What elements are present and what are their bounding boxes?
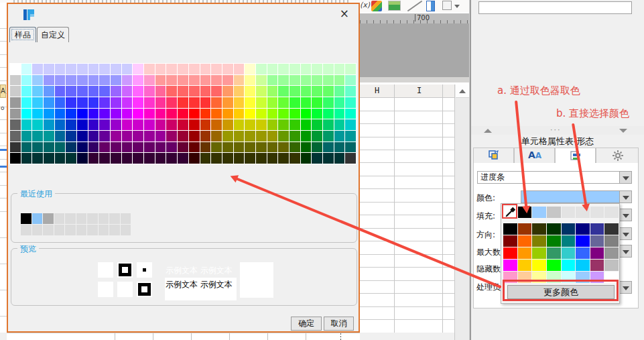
color-swatch[interactable] <box>278 119 289 130</box>
color-swatch[interactable] <box>211 86 222 97</box>
color-swatch[interactable] <box>88 119 99 130</box>
color-swatch[interactable] <box>345 142 356 153</box>
color-swatch[interactable] <box>88 75 99 86</box>
color-swatch[interactable] <box>547 235 561 247</box>
color-swatch[interactable] <box>200 75 211 86</box>
color-swatch[interactable] <box>234 131 245 141</box>
color-swatch[interactable] <box>256 97 267 108</box>
color-swatch[interactable] <box>222 119 233 130</box>
color-swatch[interactable] <box>99 86 110 97</box>
color-swatch[interactable] <box>345 153 356 164</box>
color-swatch[interactable] <box>590 207 604 218</box>
color-swatch[interactable] <box>166 86 177 97</box>
color-swatch[interactable] <box>66 153 76 164</box>
color-swatch[interactable] <box>178 75 188 86</box>
color-swatch[interactable] <box>267 109 278 119</box>
color-swatch[interactable] <box>166 109 177 119</box>
close-icon[interactable]: × <box>340 7 349 19</box>
color-value-swatch[interactable] <box>521 190 620 203</box>
color-swatch[interactable] <box>77 109 88 119</box>
color-swatch[interactable] <box>10 119 21 130</box>
chevron-down-icon[interactable] <box>454 5 460 8</box>
color-swatch[interactable] <box>21 109 32 119</box>
color-swatch[interactable] <box>278 86 289 97</box>
color-swatch[interactable] <box>267 97 278 108</box>
color-swatch[interactable] <box>87 213 98 224</box>
color-swatch[interactable] <box>122 142 133 153</box>
color-swatch[interactable] <box>21 213 31 224</box>
color-swatch[interactable] <box>562 247 576 259</box>
color-swatch[interactable] <box>10 153 21 164</box>
widget-type-dropdown-arrow[interactable] <box>619 171 632 184</box>
color-swatch[interactable] <box>345 86 356 97</box>
color-swatch[interactable] <box>200 64 211 74</box>
tab-cell-element[interactable] <box>473 148 514 164</box>
color-swatch[interactable] <box>144 131 155 141</box>
color-swatch[interactable] <box>211 131 222 141</box>
color-swatch[interactable] <box>345 97 356 108</box>
color-swatch[interactable] <box>189 75 200 86</box>
color-swatch[interactable] <box>256 86 267 97</box>
color-swatch[interactable] <box>155 97 166 108</box>
color-swatch[interactable] <box>576 223 590 235</box>
color-swatch[interactable] <box>301 119 312 130</box>
color-swatch[interactable] <box>77 119 88 130</box>
color-swatch[interactable] <box>312 153 322 164</box>
color-swatch[interactable] <box>345 75 356 86</box>
panel-splitter[interactable]: ··· <box>471 126 644 135</box>
color-swatch[interactable] <box>55 142 66 153</box>
color-swatch[interactable] <box>54 225 65 235</box>
color-swatch[interactable] <box>32 64 43 74</box>
color-swatch[interactable] <box>166 153 177 164</box>
color-swatch[interactable] <box>234 142 245 153</box>
color-swatch[interactable] <box>133 97 143 108</box>
color-swatch[interactable] <box>334 142 345 153</box>
color-swatch[interactable] <box>44 75 54 86</box>
color-swatch[interactable] <box>178 64 188 74</box>
color-swatch[interactable] <box>503 223 517 235</box>
color-swatch[interactable] <box>66 75 76 86</box>
color-swatch[interactable] <box>267 131 278 141</box>
color-swatch[interactable] <box>189 153 200 164</box>
negative-dropdown-arrow[interactable] <box>619 281 632 294</box>
color-swatch[interactable] <box>76 225 87 235</box>
color-swatch[interactable] <box>267 64 278 74</box>
color-swatch[interactable] <box>66 86 76 97</box>
color-swatch[interactable] <box>122 119 133 130</box>
color-swatch[interactable] <box>604 260 619 271</box>
color-swatch[interactable] <box>301 97 312 108</box>
color-swatch[interactable] <box>211 153 222 164</box>
color-swatch[interactable] <box>44 119 54 130</box>
color-swatch[interactable] <box>21 64 32 74</box>
color-swatch[interactable] <box>278 131 289 141</box>
color-swatch[interactable] <box>111 153 121 164</box>
color-swatch[interactable] <box>88 153 99 164</box>
color-swatch[interactable] <box>189 131 200 141</box>
color-swatch[interactable] <box>166 64 177 74</box>
color-swatch[interactable] <box>88 109 99 119</box>
color-swatch[interactable] <box>301 142 312 153</box>
color-swatch[interactable] <box>503 247 517 259</box>
color-swatch[interactable] <box>189 109 200 119</box>
color-swatch[interactable] <box>21 86 32 97</box>
color-swatch[interactable] <box>245 109 255 119</box>
color-swatch[interactable] <box>234 119 245 130</box>
scroll-up-button[interactable] <box>456 84 470 98</box>
color-swatch[interactable] <box>32 97 43 108</box>
color-swatch[interactable] <box>111 119 121 130</box>
color-swatch[interactable] <box>10 64 21 74</box>
color-swatch[interactable] <box>122 131 133 141</box>
color-swatch[interactable] <box>604 223 619 235</box>
color-swatch[interactable] <box>234 97 245 108</box>
color-swatch[interactable] <box>245 75 255 86</box>
color-swatch[interactable] <box>133 131 143 141</box>
color-swatch[interactable] <box>66 109 76 119</box>
color-swatch[interactable] <box>334 119 345 130</box>
color-swatch[interactable] <box>334 109 345 119</box>
color-swatch[interactable] <box>576 260 590 271</box>
color-swatch[interactable] <box>211 64 222 74</box>
color-swatch[interactable] <box>122 86 133 97</box>
color-swatch[interactable] <box>189 97 200 108</box>
color-swatch[interactable] <box>32 75 43 86</box>
color-swatch[interactable] <box>55 75 66 86</box>
